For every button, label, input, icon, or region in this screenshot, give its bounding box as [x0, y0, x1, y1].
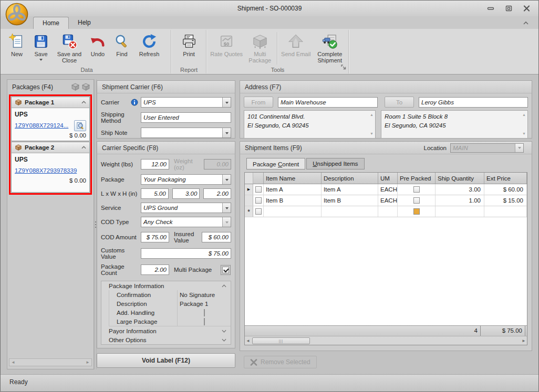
package-card-1[interactable]: Package 1 UPS 1Z9Y088X729124... $ 0.00	[11, 97, 90, 141]
current-row-marker: ▶	[245, 184, 253, 195]
row-select-checkbox[interactable]	[255, 186, 262, 193]
tab-help[interactable]: Help	[69, 17, 100, 29]
scroll-down-icon[interactable]: ▼	[370, 131, 374, 137]
packages-horizontal-scrollbar[interactable]: ◄ ►	[9, 358, 92, 366]
customs-value-label: Customs Value	[101, 247, 141, 260]
items-grid: Item Name Description UM Pre Packed Ship…	[244, 172, 527, 345]
col-description[interactable]: Description	[322, 173, 378, 184]
other-options-header[interactable]: Other Options	[101, 335, 231, 344]
save-button[interactable]: Save	[29, 31, 53, 62]
scroll-right-icon[interactable]: ►	[522, 338, 526, 343]
close-button[interactable]	[522, 5, 531, 12]
pre-packed-checkbox[interactable]	[413, 186, 420, 193]
info-icon[interactable]	[131, 99, 138, 106]
col-ext-price[interactable]: Ext Price	[484, 173, 527, 184]
service-select[interactable]: UPS Ground	[141, 203, 231, 213]
complete-shipment-icon	[322, 33, 338, 50]
large-package-checkbox[interactable]	[204, 318, 205, 325]
new-button[interactable]: New	[5, 31, 29, 57]
void-label-button[interactable]: Void Label (F12)	[97, 353, 235, 368]
confirmation-row[interactable]: Confirmation No Signature	[109, 290, 231, 299]
tab-unshipped-items[interactable]: Unshipped Items	[306, 158, 364, 169]
add-package-button[interactable]	[70, 82, 80, 92]
row-select-checkbox[interactable]	[255, 208, 262, 215]
weight-lbs-input[interactable]: 12.00	[141, 159, 169, 169]
ribbon-group-tools: $0 Rate Quotes Multi Package Send Email	[207, 30, 349, 73]
package-count-input[interactable]: 2.00	[141, 264, 169, 275]
add-handling-row[interactable]: Add. Handling	[109, 308, 231, 317]
complete-shipment-button[interactable]: Complete Shipment	[313, 31, 346, 64]
cod-type-select[interactable]: Any Check	[141, 217, 231, 227]
col-pre-packed[interactable]: Pre Packed	[398, 173, 436, 184]
carrier-select[interactable]: UPS	[141, 97, 231, 108]
ship-note-select[interactable]	[141, 128, 231, 138]
scrollbar-thumb[interactable]: |||	[252, 337, 310, 344]
tab-home[interactable]: Home	[33, 17, 69, 29]
package-information-header[interactable]: Package Information	[101, 281, 231, 290]
customs-value-input[interactable]: $ 75.00	[141, 248, 231, 259]
pre-packed-checkbox[interactable]	[413, 197, 420, 204]
scroll-right-icon[interactable]: ►	[86, 360, 90, 365]
pallet-box-icon	[252, 33, 268, 50]
multi-package-button[interactable]: Multi Package	[244, 31, 276, 64]
height-input[interactable]: 2.00	[203, 188, 231, 199]
send-email-button[interactable]: Send Email	[278, 31, 313, 57]
row-select-checkbox[interactable]	[255, 197, 262, 204]
scroll-up-icon[interactable]: ▲	[370, 112, 374, 118]
scroll-up-icon[interactable]: ▲	[522, 112, 526, 118]
scroll-left-icon[interactable]: ◄	[246, 338, 250, 343]
package-select[interactable]: Your Packaging	[141, 174, 231, 185]
from-address-textarea[interactable]: 101 Continental Blvd. El Segundo, CA 902…	[244, 110, 376, 139]
large-package-row[interactable]: Large Package	[109, 317, 231, 326]
package2-tracking-link[interactable]: 1Z9Y088X7293978339	[15, 167, 86, 174]
col-um[interactable]: UM	[378, 173, 398, 184]
insured-value-input[interactable]: $ 60.00	[202, 232, 231, 242]
to-button[interactable]: To	[385, 97, 414, 108]
add-handling-checkbox[interactable]	[204, 309, 205, 316]
cod-amount-input[interactable]: $ 75.00	[141, 232, 169, 242]
table-row[interactable]: Item B Item B EACH 1.00 $ 15.00	[245, 195, 527, 206]
save-dropdown-caret[interactable]	[39, 59, 43, 62]
package1-tracking-link[interactable]: 1Z9Y088X729124...	[15, 122, 72, 129]
collapse-ribbon-button[interactable]	[522, 20, 530, 26]
col-item-name[interactable]: Item Name	[264, 173, 322, 184]
width-input[interactable]: 3.00	[172, 188, 200, 199]
minimize-button[interactable]	[486, 5, 495, 12]
from-name-input[interactable]: Main Warehouse	[278, 97, 378, 108]
weight-oz-input[interactable]: 0.00	[204, 159, 231, 169]
package-card-2[interactable]: Package 2 UPS 1Z9Y088X7293978339 $ 0.00	[11, 142, 90, 193]
undo-button[interactable]: Undo	[86, 31, 110, 57]
find-button[interactable]: Find	[110, 31, 134, 57]
remove-package-button[interactable]	[80, 82, 91, 92]
length-input[interactable]: 5.00	[141, 188, 169, 199]
remove-selected-button[interactable]: Remove Selected	[244, 356, 317, 368]
table-row[interactable]: ▶ Item A Item A EACH 3.00 $ 60.00	[245, 184, 527, 195]
shipping-method-input[interactable]: User Entered	[141, 112, 231, 123]
rate-quotes-button[interactable]: $0 Rate Quotes	[209, 31, 244, 57]
view-label-button[interactable]	[74, 120, 86, 131]
refresh-button[interactable]: Refresh	[134, 31, 164, 57]
new-row[interactable]: *	[245, 206, 527, 217]
payor-information-header[interactable]: Payor Information	[101, 326, 231, 335]
pre-packed-checkbox-pending[interactable]	[413, 208, 420, 215]
scroll-left-icon[interactable]: ◄	[11, 360, 15, 365]
tools-dialog-launcher[interactable]	[341, 62, 346, 72]
collapse-chevron-icon[interactable]	[81, 101, 86, 104]
scroll-down-icon[interactable]: ▼	[522, 131, 526, 137]
from-button[interactable]: From	[244, 97, 273, 108]
dropdown-arrow-icon	[222, 217, 231, 227]
to-address-textarea[interactable]: Room 1 Suite 5 Block 8 El Segundo, CA 90…	[381, 110, 528, 139]
location-select[interactable]: MAIN	[450, 143, 524, 153]
tab-package-content[interactable]: Package Content	[246, 158, 305, 169]
restore-button[interactable]	[504, 5, 513, 12]
app-logo[interactable]	[5, 2, 29, 26]
description-row[interactable]: Description Package 1	[109, 299, 231, 308]
collapse-chevron-icon[interactable]	[81, 146, 86, 149]
to-name-input[interactable]: Leroy Gibbs	[419, 97, 528, 108]
package2-amount: $ 0.00	[15, 177, 86, 184]
save-and-close-button[interactable]: Save and Close	[53, 31, 86, 64]
grid-horizontal-scrollbar[interactable]: ◄ ||| ►	[245, 336, 527, 345]
print-button[interactable]: Print	[175, 31, 203, 57]
multi-package-checkbox[interactable]	[222, 267, 229, 273]
col-ship-quantity[interactable]: Ship Quantity	[436, 173, 484, 184]
